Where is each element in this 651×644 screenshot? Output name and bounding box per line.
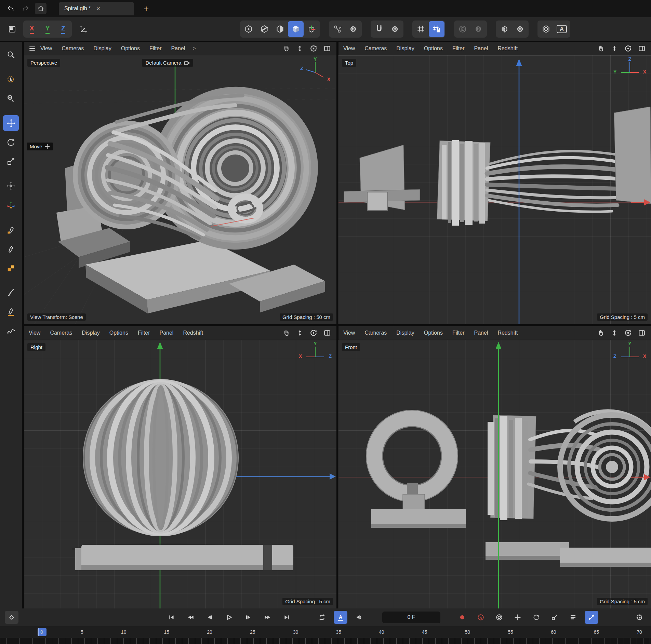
keyframe-settings-button[interactable] <box>492 611 506 624</box>
axis-gizmo[interactable]: Y Z X <box>613 342 647 366</box>
dolly-icon[interactable] <box>610 328 619 337</box>
frame-tick-label[interactable]: 5 <box>81 629 83 635</box>
loop-playback-button[interactable] <box>315 611 329 624</box>
axis-gizmo[interactable]: Y Z X <box>298 57 332 82</box>
kinematics-settings-button[interactable] <box>345 21 361 37</box>
viewport-menu-item[interactable]: View <box>343 330 355 336</box>
frame-tick-label[interactable]: 50 <box>465 629 470 635</box>
goto-start-button[interactable] <box>165 611 178 624</box>
symmetry-settings-button[interactable] <box>512 21 528 37</box>
live-selection-tool[interactable] <box>3 71 19 87</box>
falloff-settings-button[interactable] <box>470 21 486 37</box>
axis-gizmo[interactable]: Z Y X <box>613 57 647 82</box>
record-keyframe-button[interactable] <box>455 611 469 624</box>
frame-tick-label[interactable]: 60 <box>551 629 556 635</box>
viewport-menu-item[interactable]: Display <box>396 45 414 52</box>
joint-tool-button[interactable] <box>330 21 345 37</box>
tab-close-icon[interactable]: × <box>96 5 100 12</box>
move-tool[interactable] <box>3 115 19 131</box>
frame-tick-label[interactable]: 55 <box>508 629 513 635</box>
frame-tick-label[interactable]: 30 <box>293 629 298 635</box>
viewport-menu-item[interactable]: Redshift <box>497 45 518 52</box>
axis-lock-z-button[interactable]: Z <box>55 21 71 37</box>
viewport-view-label[interactable]: Right <box>27 343 45 351</box>
modeling-axis-button[interactable] <box>538 21 554 37</box>
viewport-canvas-perspective[interactable]: Perspective Default Camera Move View Tra… <box>24 55 336 324</box>
home-button[interactable] <box>35 3 46 14</box>
viewport-menu-item[interactable]: Filter <box>138 330 150 336</box>
new-tab-button[interactable]: + <box>144 3 149 14</box>
menu-overflow-chevron[interactable]: > <box>192 45 196 52</box>
redo-button[interactable] <box>20 3 31 14</box>
camera-selector[interactable]: Default Camera <box>142 59 193 67</box>
undo-button[interactable] <box>5 3 16 14</box>
keyframe-diamond-button[interactable] <box>5 611 18 624</box>
polygon-pen-tool[interactable] <box>3 260 19 276</box>
goto-end-button[interactable] <box>280 611 293 624</box>
frame-tick-label[interactable]: 70 <box>637 629 642 635</box>
frame-tick-label[interactable]: 20 <box>207 629 212 635</box>
viewport-menu-item[interactable]: Cameras <box>364 330 387 336</box>
orbit-icon[interactable] <box>624 328 633 337</box>
viewport-menu-item[interactable]: Display <box>93 45 111 52</box>
frame-strip[interactable] <box>0 638 651 644</box>
current-frame-field[interactable]: 0 F <box>382 612 440 623</box>
viewport-menu-item[interactable]: Cameras <box>62 45 84 52</box>
timeline-ruler[interactable]: 0510152025303540455055606570 <box>0 626 651 638</box>
viewport-menu-icon[interactable] <box>29 45 36 52</box>
brush-tool[interactable] <box>3 285 19 300</box>
zoom-tool[interactable] <box>3 47 19 63</box>
falloff-toggle-button[interactable] <box>455 21 470 37</box>
maximize-viewport-icon[interactable] <box>637 328 646 337</box>
viewport-menu-item[interactable]: Redshift <box>497 330 518 336</box>
frame-tick-label[interactable]: 40 <box>379 629 384 635</box>
multi-axis-tool[interactable] <box>3 197 19 213</box>
tweak-tool[interactable] <box>3 91 19 106</box>
animation-mode-button[interactable]: A <box>334 611 347 624</box>
viewport-menu-item[interactable]: Options <box>424 330 443 336</box>
dolly-icon[interactable] <box>295 328 304 337</box>
model-mode-button[interactable] <box>288 21 304 37</box>
snap-toggle-button[interactable] <box>371 21 387 37</box>
maximize-viewport-icon[interactable] <box>637 44 646 53</box>
viewport-menu-item[interactable]: Panel <box>474 45 488 52</box>
axis-lock-x-button[interactable]: X <box>24 21 40 37</box>
parameter-keys-button[interactable] <box>566 611 580 624</box>
play-button[interactable] <box>222 611 236 624</box>
frame-tick-label[interactable]: 25 <box>250 629 255 635</box>
viewport-canvas-front[interactable]: Front Grid Spacing : 5 cm Y Z X <box>338 340 651 608</box>
symmetry-toggle-button[interactable] <box>496 21 512 37</box>
viewport-menu-item[interactable]: Display <box>82 330 99 336</box>
pen-tool[interactable] <box>3 222 19 238</box>
viewport-menu-item[interactable]: Filter <box>149 45 162 52</box>
frame-tick-label[interactable]: 35 <box>336 629 341 635</box>
viewport-menu-item[interactable]: Options <box>424 45 443 52</box>
dolly-icon[interactable] <box>295 44 304 53</box>
step-forward-button[interactable] <box>241 611 255 624</box>
next-key-button[interactable] <box>261 611 274 624</box>
frame-tick-label[interactable]: 0 <box>40 629 43 635</box>
frame-tick-label[interactable]: 10 <box>121 629 127 635</box>
pan-hand-icon[interactable] <box>282 44 291 53</box>
transform-tool[interactable] <box>3 178 19 194</box>
range-options-button[interactable] <box>633 611 646 624</box>
scale-tool[interactable] <box>3 153 19 169</box>
snap-settings-button[interactable] <box>387 21 403 37</box>
frame-tick-label[interactable]: 65 <box>594 629 599 635</box>
document-tab[interactable]: Spiral.glb * × <box>59 2 134 15</box>
pan-hand-icon[interactable] <box>282 328 291 337</box>
viewport-menu-item[interactable]: Redshift <box>183 330 203 336</box>
viewport-menu-item[interactable]: View <box>29 330 40 336</box>
viewport-menu-item[interactable]: Options <box>121 45 140 52</box>
frame-tick-label[interactable]: 15 <box>164 629 170 635</box>
pan-hand-icon[interactable] <box>596 328 605 337</box>
viewport-menu-item[interactable]: Panel <box>171 45 185 52</box>
orbit-icon[interactable] <box>309 328 318 337</box>
annotation-button[interactable]: A <box>554 21 570 37</box>
sound-toggle-button[interactable] <box>352 611 366 624</box>
viewport-menu-item[interactable]: Options <box>109 330 128 336</box>
polygons-mode-button[interactable] <box>272 21 288 37</box>
autokey-toggle-button[interactable]: A <box>474 611 488 624</box>
dolly-icon[interactable] <box>610 44 619 53</box>
viewport-canvas-top[interactable]: Top Grid Spacing : 5 cm Z Y X <box>338 55 651 324</box>
